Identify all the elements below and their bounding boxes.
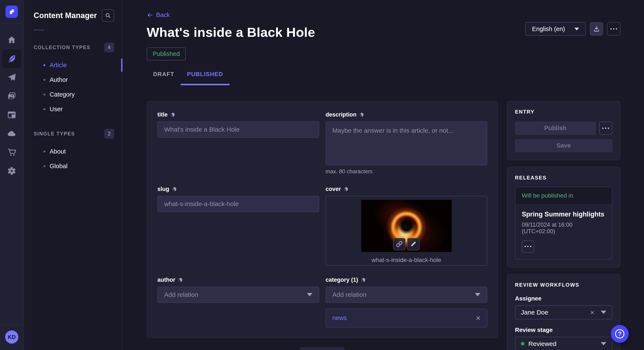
- tab-published[interactable]: PUBLISHED: [180, 71, 230, 85]
- review-workflows-panel: REVIEW WORKFLOWS Assignee Jane Doe × Rev…: [507, 274, 620, 350]
- entry-more-button[interactable]: [599, 122, 612, 135]
- collection-types-count: 4: [104, 42, 114, 52]
- subnav-title: Content Manager: [34, 11, 97, 20]
- main-content: Back What's inside a Black Hole Publishe…: [122, 0, 644, 350]
- bullet-icon: [44, 165, 45, 167]
- cover-media-box: what-s-inside-a-black-hole: [326, 196, 488, 266]
- cover-caption: what-s-inside-a-black-hole: [372, 257, 441, 263]
- side-panels: ENTRY Publish Save RELEASES Will be publ…: [507, 101, 620, 350]
- more-horizontal-icon: [524, 246, 531, 247]
- send-icon[interactable]: [2, 68, 21, 87]
- remove-relation-icon[interactable]: ×: [476, 314, 480, 322]
- releases-panel: RELEASES Will be published in Spring Sum…: [507, 167, 620, 268]
- subnav-divider: [34, 30, 44, 30]
- field-label: category (1): [326, 277, 358, 283]
- media-icon[interactable]: [2, 87, 21, 105]
- field-label: slug: [158, 186, 169, 192]
- sidebar-item-label: Global: [50, 163, 68, 170]
- bullet-icon: [44, 151, 45, 153]
- sidebar-item-label: About: [50, 148, 66, 155]
- chevron-down-icon: [307, 293, 312, 296]
- strapi-logo-glyph: [8, 8, 15, 15]
- bullet-icon: [44, 64, 45, 66]
- relation-link[interactable]: news: [332, 315, 347, 322]
- release-more-button[interactable]: [522, 240, 534, 253]
- review-stage-combobox[interactable]: Reviewed: [515, 337, 612, 350]
- author-relation-select[interactable]: Add relation: [158, 287, 319, 303]
- single-types-count: 2: [104, 129, 114, 139]
- sidebar-item-category[interactable]: Category: [24, 87, 122, 102]
- tab-draft[interactable]: DRAFT: [147, 71, 180, 85]
- version-tabs: DRAFT PUBLISHED: [147, 71, 620, 85]
- help-button[interactable]: ?: [611, 325, 629, 343]
- bullet-icon: [44, 79, 45, 81]
- assignee-combobox[interactable]: Jane Doe ×: [515, 305, 612, 319]
- copy-link-button[interactable]: [393, 238, 406, 250]
- sidebar-item-label: Author: [50, 76, 68, 83]
- globe-icon: [344, 187, 348, 191]
- sidebar-item-label: Article: [50, 62, 67, 69]
- sidebar-item-user[interactable]: User: [24, 102, 122, 117]
- more-options-button[interactable]: [607, 22, 620, 35]
- category-relation-select[interactable]: Add relation: [326, 287, 488, 303]
- feather-icon[interactable]: [2, 49, 21, 68]
- sidebar-item-article[interactable]: Article: [24, 58, 122, 72]
- slug-input[interactable]: what-s-inside-a-black-hole: [158, 196, 319, 212]
- section-label: SINGLE TYPES: [34, 131, 75, 137]
- description-input[interactable]: Maybe the answer is in this article, or …: [326, 121, 488, 165]
- strapi-logo[interactable]: [6, 5, 18, 18]
- sidebar-item-author[interactable]: Author: [24, 72, 122, 87]
- pencil-icon: [410, 241, 416, 247]
- release-card: Will be published in Spring Summer highl…: [515, 187, 612, 259]
- cloud-icon[interactable]: [2, 124, 21, 143]
- entry-panel-title: ENTRY: [515, 109, 612, 115]
- category-field: category (1) Add relation news ×: [326, 277, 488, 328]
- more-horizontal-icon: [602, 128, 609, 129]
- home-icon[interactable]: [2, 31, 21, 49]
- back-link[interactable]: Back: [147, 11, 170, 18]
- chevron-down-icon: [475, 293, 480, 296]
- globe-icon: [170, 112, 175, 117]
- layout-icon[interactable]: [2, 105, 21, 124]
- review-panel-title: REVIEW WORKFLOWS: [515, 282, 612, 288]
- cart-icon[interactable]: [2, 143, 21, 162]
- chevron-down-icon: [601, 342, 606, 345]
- entry-form-card: title What's inside a Black Hole descrip…: [147, 101, 498, 338]
- cover-field: cover: [326, 186, 488, 266]
- release-name: Spring Summer highlights: [522, 210, 606, 218]
- locale-select[interactable]: English (en): [525, 22, 586, 36]
- gear-icon[interactable]: [2, 162, 21, 180]
- single-types-section: SINGLE TYPES 2 About Global: [24, 129, 122, 174]
- field-label: title: [158, 111, 168, 118]
- chevron-down-icon: [574, 28, 579, 30]
- main-nav-rail: KD: [0, 0, 24, 350]
- assignee-label: Assignee: [515, 295, 612, 302]
- releases-panel-title: RELEASES: [515, 175, 612, 181]
- bullet-icon: [44, 108, 45, 110]
- description-field: description Maybe the answer is in this …: [326, 111, 488, 175]
- chevron-down-icon: [601, 311, 606, 314]
- edit-image-button[interactable]: [407, 238, 420, 250]
- download-button[interactable]: [590, 22, 603, 35]
- author-field: author Add relation: [158, 277, 319, 328]
- entry-panel: ENTRY Publish Save: [507, 101, 620, 160]
- arrow-left-icon: [147, 12, 153, 18]
- collapsed-bottom-button[interactable]: [300, 347, 345, 350]
- link-icon: [396, 241, 402, 247]
- question-mark-icon: ?: [615, 329, 624, 339]
- title-input[interactable]: What's inside a Black Hole: [158, 121, 319, 138]
- section-label: COLLECTION TYPES: [34, 45, 90, 50]
- search-button[interactable]: [102, 9, 114, 22]
- publish-button[interactable]: Publish: [515, 122, 596, 135]
- save-button[interactable]: Save: [515, 139, 612, 152]
- sidebar-item-label: User: [50, 106, 62, 113]
- review-stage-label: Review stage: [515, 327, 612, 334]
- title-field: title What's inside a Black Hole: [158, 111, 319, 175]
- sidebar-item-about[interactable]: About: [24, 144, 122, 159]
- collection-types-section: COLLECTION TYPES 4 Article Author Catego…: [24, 42, 122, 117]
- user-avatar[interactable]: KD: [5, 331, 18, 344]
- field-label: cover: [326, 186, 341, 192]
- field-label: author: [158, 277, 175, 283]
- clear-assignee-icon[interactable]: ×: [590, 309, 594, 316]
- sidebar-item-global[interactable]: Global: [24, 159, 122, 174]
